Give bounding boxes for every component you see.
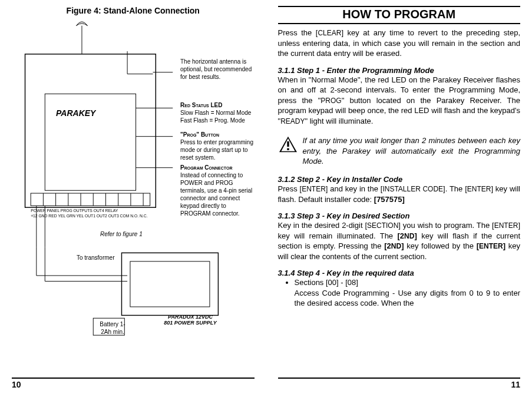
callout-conn-title: Program Connector (180, 164, 257, 171)
brand-label: PARAKEY (56, 108, 95, 118)
page-number-left: 10 (12, 378, 255, 389)
psu-line1: PARADOX 12VDC (168, 314, 213, 320)
callout-conn-body: Instead of connecting to POWER and PROG … (180, 171, 257, 217)
svg-text:POWER  PANEL   PROG   OUTPUTS : POWER PANEL PROG OUTPUTS OUT4 RELAY (31, 208, 118, 213)
callout-prog-body: Press to enter programming mode or durin… (180, 138, 257, 161)
callout-antenna: The horizontal antenna is optional, but … (180, 58, 257, 81)
battery-label: Battery 1-2Ah min. (98, 320, 127, 336)
page-left: Figure 4: Stand-Alone Connection (0, 0, 266, 394)
svg-rect-28 (287, 141, 289, 147)
callout-led-title: Red Status LED (180, 101, 257, 109)
step1-heading: 3.1.1 Step 1 - Enter the Programming Mod… (278, 66, 521, 75)
psu-label: PARADOX 12VDC 801 POWER SUPPLY (158, 314, 223, 326)
svg-rect-18 (130, 261, 210, 307)
figure-title: Figure 4: Stand-Alone Connection (12, 6, 255, 15)
step2-heading: 3.1.2 Step 2 - Key in Installer Code (278, 175, 521, 184)
step4-heading: 3.1.4 Step 4 - Key in the required data (278, 269, 521, 277)
figure-diagram: POWER PANEL PROG OUTPUTS OUT4 RELAY +12 … (12, 20, 255, 378)
refer-figure-1: Refer to figure 1 (100, 231, 143, 237)
to-transformer-label: To transformer (77, 254, 114, 261)
callout-status-led: Red Status LED Slow Flash = Normal Mode … (180, 101, 257, 124)
default-installer-code: [757575] (374, 195, 405, 204)
step2-body: Press [ENTER] and key in the [INSTALLER … (278, 184, 521, 204)
psu-line2: 801 POWER SUPPLY (164, 320, 216, 326)
page-right: HOW TO PROGRAM Press the [CLEAR] key at … (266, 0, 533, 394)
warning-icon (278, 135, 298, 155)
svg-rect-29 (287, 148, 289, 150)
callout-prog-title: "Prog" Button (180, 131, 257, 138)
page-number-right: 11 (278, 378, 521, 389)
step3-heading: 3.1.3 Step 3 - Key in Desired Section (278, 211, 521, 220)
intro-paragraph: Press the [CLEAR] key at any time to rev… (278, 28, 521, 59)
warning-block: If at any time you wait longer than 2 mi… (278, 135, 521, 167)
svg-text:+12 GND RED YEL GRN YEL OUT1 O: +12 GND RED YEL GRN YEL OUT1 OUT2 OUT3 C… (31, 214, 147, 218)
svg-rect-5 (31, 193, 150, 206)
svg-rect-17 (121, 253, 218, 315)
warning-text: If at any time you wait longer than 2 mi… (303, 135, 521, 167)
step3-body: Key in the desired 2-digit [SECTION] you… (278, 220, 521, 261)
step4-bullets: Sections [00] - [08] (295, 277, 521, 288)
step1-body: When in "Normal Mode", the red LED on th… (278, 75, 521, 127)
step4-bullet-1: Sections [00] - [08] (295, 277, 521, 288)
section-header: HOW TO PROGRAM (278, 6, 521, 24)
callout-prog-button: "Prog" Button Press to enter programming… (180, 131, 257, 161)
step4-bullet-body: Access Code Programming - Use any digits… (295, 288, 521, 309)
callout-led-body: Slow Flash = Normal Mode Fast Flash = Pr… (180, 109, 257, 124)
callout-program-connector: Program Connector Instead of connecting … (180, 164, 257, 217)
